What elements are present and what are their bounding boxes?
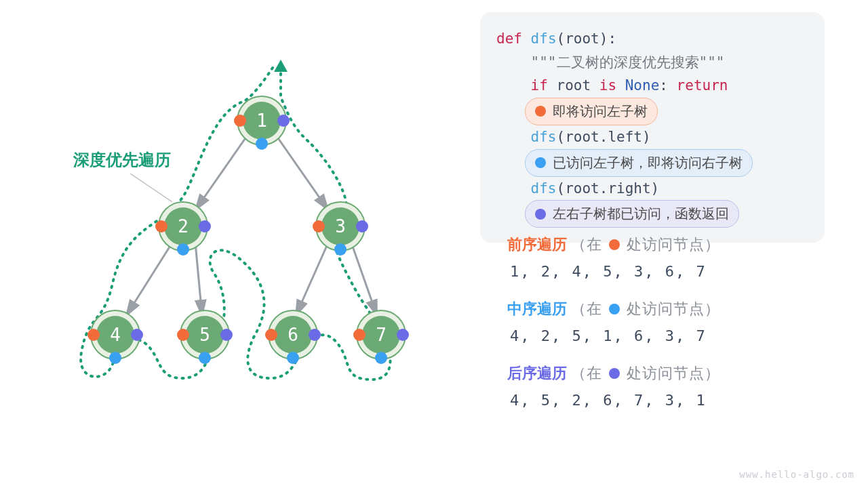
tree-svg: 1 2 3 4 (0, 0, 434, 488)
postorder-dot-icon (535, 209, 546, 220)
svg-point-26 (131, 329, 143, 341)
svg-point-32 (220, 329, 233, 341)
inorder-sequence: 4, 2, 5, 1, 6, 3, 7 (510, 327, 720, 344)
traversal-orders: 前序遍历 （在 处访问节点） 1, 2, 4, 5, 3, 6, 7 中序遍历 … (507, 235, 720, 428)
svg-line-4 (195, 243, 202, 316)
postorder-dot-icon (609, 368, 620, 379)
svg-point-14 (199, 220, 211, 232)
code-line-right: dfs(root.right) (496, 177, 811, 201)
preorder-dot-icon (234, 115, 246, 127)
watermark: www.hello-algo.com (739, 469, 854, 480)
code-line-if: if root is None: return (496, 74, 811, 98)
inorder-dot-icon (256, 138, 268, 150)
code-line-left: dfs(root.left) (496, 125, 811, 149)
svg-text:6: 6 (288, 325, 298, 345)
svg-text:2: 2 (178, 216, 189, 237)
inorder-dot-icon (609, 304, 620, 314)
svg-point-13 (155, 220, 167, 232)
svg-text:7: 7 (376, 325, 387, 345)
badge-preorder: 即将访问左子树 (496, 98, 811, 125)
svg-point-45 (375, 352, 387, 364)
svg-point-44 (397, 329, 409, 341)
badge-postorder: 左右子树都已访问，函数返回 (496, 200, 811, 228)
svg-line-2 (275, 134, 328, 210)
svg-point-33 (199, 352, 211, 364)
svg-point-31 (177, 329, 189, 341)
inorder-dot-icon (535, 157, 546, 168)
svg-line-6 (351, 243, 377, 316)
postorder-title: 后序遍历 (507, 363, 567, 384)
svg-point-19 (313, 220, 325, 232)
svg-point-15 (177, 243, 189, 256)
svg-line-1 (195, 134, 248, 210)
badge-inorder: 已访问左子树，即将访问右子树 (496, 149, 811, 177)
preorder-title: 前序遍历 (507, 235, 567, 255)
code-line-def: def dfs(root): (496, 27, 811, 51)
postorder-title-row: 后序遍历 （在 处访问节点） (507, 363, 720, 384)
svg-text:5: 5 (199, 325, 210, 345)
inorder-title-row: 中序遍历 （在 处访问节点） (507, 299, 720, 319)
svg-point-43 (353, 329, 366, 341)
svg-text:4: 4 (110, 325, 121, 345)
path-arrow-icon (274, 60, 288, 72)
svg-line-5 (296, 243, 328, 316)
svg-point-38 (309, 329, 321, 341)
svg-text:1: 1 (256, 110, 267, 131)
tree-node-3: 3 (313, 202, 368, 256)
svg-point-20 (356, 220, 368, 232)
preorder-dot-icon (535, 106, 546, 117)
svg-text:3: 3 (335, 216, 346, 237)
svg-line-3 (126, 243, 172, 316)
tree-node-2: 2 (155, 202, 211, 256)
preorder-dot-icon (609, 239, 620, 250)
preorder-title-row: 前序遍历 （在 处访问节点） (507, 235, 720, 255)
svg-point-21 (334, 243, 347, 256)
tree-node-6: 6 (265, 310, 321, 364)
postorder-sequence: 4, 5, 2, 6, 7, 3, 1 (510, 392, 720, 409)
code-line-doc: """二叉树的深度优先搜索""" (496, 51, 811, 75)
postorder-dot-icon (277, 115, 290, 127)
tree-node-5: 5 (177, 310, 233, 364)
svg-point-37 (265, 329, 277, 341)
code-box: def dfs(root): """二叉树的深度优先搜索""" if root … (480, 12, 825, 243)
inorder-title: 中序遍历 (507, 299, 567, 319)
svg-point-27 (109, 352, 121, 364)
preorder-sequence: 1, 2, 4, 5, 3, 6, 7 (510, 263, 720, 280)
tree-diagram: 深度优先遍历 1 (0, 0, 434, 488)
svg-point-25 (87, 329, 100, 341)
tree-node-7: 7 (353, 310, 409, 364)
svg-point-39 (287, 352, 299, 364)
